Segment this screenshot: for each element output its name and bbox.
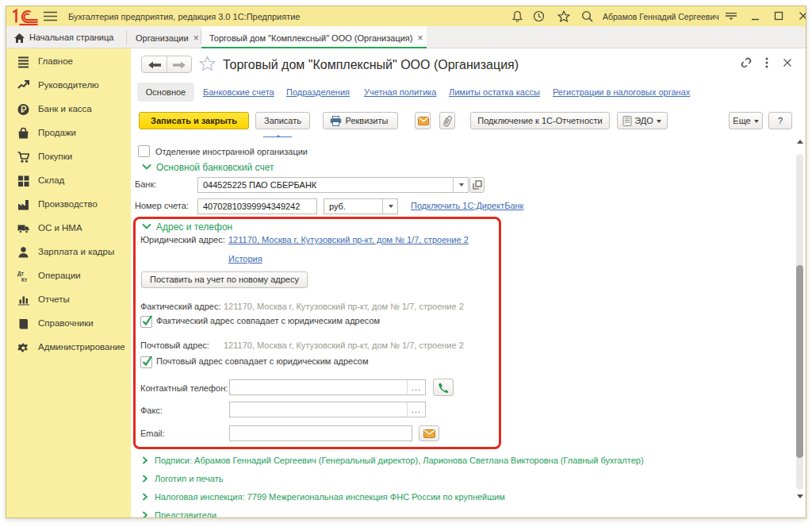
svg-text:Кт: Кт [21, 277, 27, 283]
